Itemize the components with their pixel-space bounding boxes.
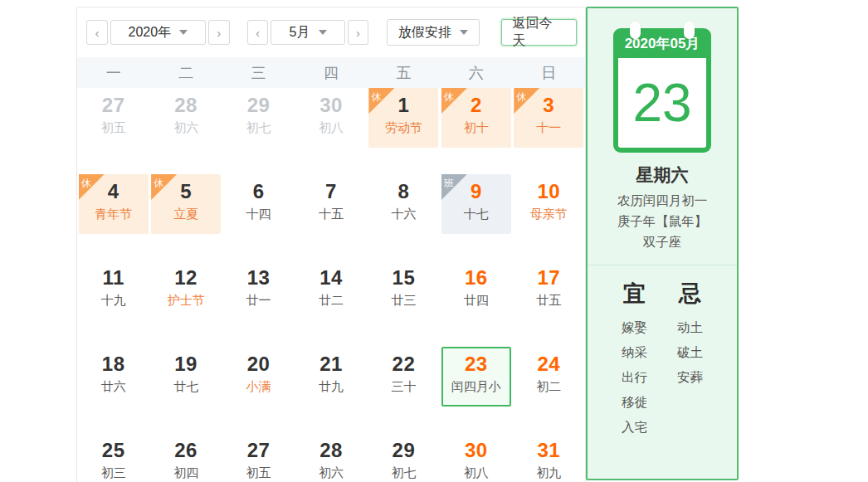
weekday-label: 日	[513, 63, 585, 83]
day-box: 班9十七	[441, 174, 511, 234]
lunar-label: 立夏	[151, 204, 221, 224]
lunar-label: 三十	[368, 377, 438, 397]
day-number: 19	[151, 351, 221, 377]
calendar-day-cell[interactable]: 24初二	[513, 347, 585, 433]
calendar-day-cell[interactable]: 26初四	[149, 433, 222, 482]
calendar-day-cell[interactable]: 11十九	[77, 260, 149, 347]
almanac-item: 入宅	[622, 415, 647, 440]
day-number: 22	[368, 351, 438, 377]
next-year-button[interactable]: ›	[208, 20, 230, 45]
day-box: 29初七	[224, 88, 294, 148]
lunar-label: 十五	[296, 204, 366, 224]
caret-down-icon	[460, 30, 468, 35]
day-box: 15廿三	[368, 260, 438, 320]
calendar-day-cell[interactable]: 10母亲节	[513, 174, 585, 260]
calendar-day-cell[interactable]: 31初九	[513, 433, 585, 482]
calendar-day-cell[interactable]: 30初八	[440, 433, 512, 482]
prev-year-button[interactable]: ‹	[86, 20, 108, 45]
day-box: 休3十一	[514, 88, 583, 148]
avoid-items: 动土破土安葬	[677, 315, 703, 390]
lunar-label: 十四	[224, 204, 294, 224]
lunar-label: 初三	[79, 463, 149, 482]
calendar-day-cell[interactable]: 20小满	[222, 347, 295, 433]
calendar-day-cell[interactable]: 27初五	[222, 433, 295, 482]
prev-month-button[interactable]: ‹	[247, 20, 269, 45]
day-box: 30初八	[296, 88, 366, 148]
calendar-day-cell[interactable]: 29初七	[368, 433, 440, 482]
calendar-day-cell[interactable]: 17廿五	[513, 260, 585, 347]
day-number: 31	[514, 437, 583, 463]
calendar-day-cell[interactable]: 14廿二	[295, 260, 367, 347]
day-box: 27初五	[224, 433, 294, 482]
lunar-label: 初九	[514, 463, 583, 482]
calendar-day-cell[interactable]: 15廿三	[368, 260, 440, 347]
month-select[interactable]: 5月	[271, 20, 344, 45]
day-number: 13	[224, 265, 294, 290]
day-number: 30	[296, 92, 366, 118]
day-box: 10母亲节	[514, 174, 583, 234]
calendar-day-cell[interactable]: 29初七	[222, 88, 295, 174]
day-box: 27初五	[79, 88, 149, 148]
calendar-ring-icon	[684, 22, 695, 39]
day-box: 26初四	[151, 433, 221, 482]
calendar-day-cell[interactable]: 18廿六	[77, 347, 149, 433]
lunar-label: 初五	[224, 463, 294, 482]
lunar-label: 廿九	[296, 377, 366, 397]
calendar-day-cell[interactable]: 休4青年节	[77, 174, 149, 260]
calendar-day-cell[interactable]: 7十五	[295, 174, 367, 260]
weekday-label: 二	[149, 63, 222, 83]
day-number: 16	[441, 265, 511, 290]
calendar-day-cell[interactable]: 28初六	[295, 433, 367, 482]
calendar-day-cell[interactable]: 23闰四月小	[440, 347, 512, 433]
calendar-day-cell[interactable]: 13廿一	[222, 260, 295, 347]
selected-day-box: 23闰四月小	[441, 347, 511, 407]
calendar-day-cell[interactable]: 6十四	[222, 174, 295, 260]
calendar-day-cell[interactable]: 12护士节	[149, 260, 222, 347]
calendar-day-cell[interactable]: 8十六	[368, 174, 440, 260]
almanac-section: 宜 嫁娶纳采出行移徙入宅 忌 动土破土安葬	[588, 279, 737, 440]
lunar-label: 闰四月小	[443, 377, 510, 397]
lunar-label: 初六	[151, 118, 221, 138]
calendar-day-cell[interactable]: 28初六	[149, 88, 222, 174]
back-to-today-button[interactable]: 返回今天	[501, 19, 577, 46]
day-box: 17廿五	[514, 260, 583, 320]
calendar-day-cell[interactable]: 25初三	[77, 433, 149, 482]
calendar-day-cell[interactable]: 27初五	[77, 88, 149, 174]
calendar-day-cell[interactable]: 19廿七	[149, 347, 222, 433]
panel-lunar-date: 农历闰四月初一	[588, 190, 737, 211]
calendar-day-cell[interactable]: 休5立夏	[149, 174, 222, 260]
calendar-day-cell[interactable]: 班9十七	[440, 174, 512, 260]
lunar-label: 廿三	[368, 290, 438, 310]
year-select-value: 2020年	[129, 24, 172, 41]
day-number: 21	[296, 351, 366, 377]
chevron-left-icon: ‹	[256, 26, 260, 40]
day-number: 28	[296, 437, 366, 463]
calendar-day-cell[interactable]: 21廿九	[295, 347, 367, 433]
calendar-day-cell[interactable]: 16廿四	[440, 260, 512, 347]
day-box: 6十四	[224, 174, 294, 234]
lunar-label: 十九	[79, 290, 149, 310]
lunar-label: 小满	[224, 377, 294, 397]
day-box: 休5立夏	[151, 174, 221, 234]
calendar-day-cell[interactable]: 22三十	[368, 347, 440, 433]
day-box: 18廿六	[79, 347, 149, 407]
calendar-day-cell[interactable]: 30初八	[295, 88, 367, 174]
day-number: 30	[441, 437, 511, 463]
calendar-day-cell[interactable]: 休2初十	[440, 88, 512, 174]
holiday-schedule-label: 放假安排	[398, 24, 451, 41]
day-number: 11	[79, 265, 149, 290]
panel-day-number: 23	[613, 58, 711, 153]
year-select[interactable]: 2020年	[110, 20, 206, 45]
day-number: 27	[224, 437, 294, 463]
weekday-header-row: 一二三四五六日	[77, 57, 585, 88]
month-select-value: 5月	[290, 24, 310, 41]
day-box: 28初六	[296, 433, 366, 482]
calendar-day-cell[interactable]: 休3十一	[513, 88, 585, 174]
almanac-item: 纳采	[622, 340, 647, 365]
almanac-item: 安葬	[677, 365, 703, 390]
holiday-schedule-select[interactable]: 放假安排	[387, 19, 479, 46]
calendar-day-cell[interactable]: 休1劳动节	[368, 88, 440, 174]
day-box: 31初九	[514, 433, 583, 482]
day-number: 20	[224, 351, 294, 377]
next-month-button[interactable]: ›	[348, 20, 369, 45]
